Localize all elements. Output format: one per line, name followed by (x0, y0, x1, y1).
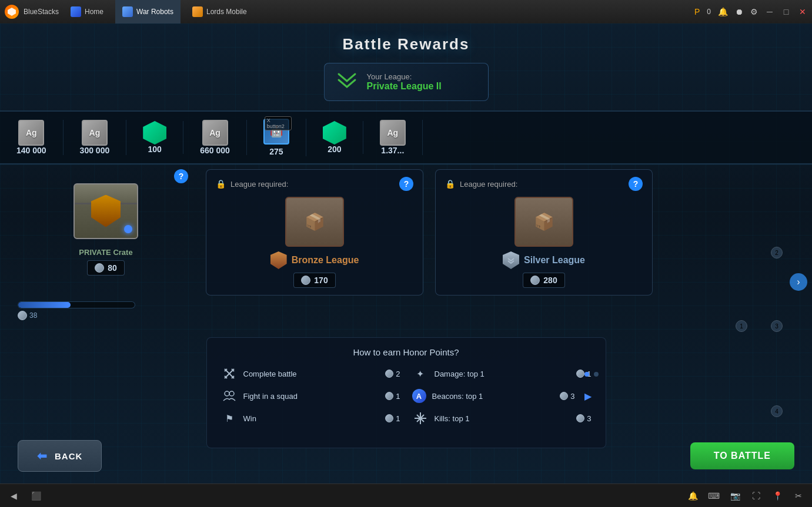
reward-value-6: 200 (328, 145, 341, 154)
earn-row-kills: Kills: top 1 3 (412, 410, 592, 427)
silver-crate-image: 📦 (514, 197, 573, 247)
reward-item-6: 200 (306, 121, 363, 154)
bluestacks-name: BlueStacks (24, 8, 59, 16)
minimize-button[interactable]: ─ (765, 7, 774, 16)
bronze-crate-question[interactable]: ? (399, 177, 413, 191)
bronze-shield-icon (270, 251, 287, 269)
honor-icon-3 (530, 276, 540, 285)
ag-icon-2: Ag (82, 120, 108, 146)
right-arrow-button[interactable]: › (790, 273, 807, 291)
reward-item-4: Ag 660 000 (183, 120, 247, 155)
beacons-points: 3 (560, 392, 574, 401)
tab-home[interactable]: Home (64, 0, 111, 23)
gem-icon-1 (143, 121, 166, 145)
circle-badge-4: 4 (771, 405, 783, 417)
taskbar-notifications[interactable]: 🔔 (686, 489, 699, 502)
complete-battle-points: 2 (385, 370, 400, 378)
silver-crate: 🔒 League required: ? 📦 Silver League (435, 169, 653, 296)
private-crate-slot: ? PRIVATE Crate 80 (18, 169, 194, 296)
taskbar-location[interactable]: 📍 (771, 489, 784, 502)
reward-item-5: 🤖 X button2 275 (247, 119, 306, 156)
beacons-text: Beacons: top 1 (432, 392, 554, 401)
progress-section: 38 (0, 301, 812, 320)
svg-point-8 (229, 391, 234, 396)
private-crate-shield (91, 195, 121, 227)
bronze-league-required-text: League required: (230, 180, 288, 189)
bronze-crate-image: 📦 (285, 197, 344, 247)
record-icon[interactable]: ⏺ (735, 7, 743, 16)
silver-crate-slot: 🔒 League required: ? 📦 Silver League (435, 169, 653, 296)
honor-icon-win (385, 414, 393, 422)
taskbar-fullscreen[interactable]: ⛶ (750, 489, 763, 502)
flag-icon: ⚑ (221, 410, 238, 427)
lock-icon-bronze: 🔒 (216, 179, 226, 189)
gem-icon-2 (323, 121, 346, 145)
bronze-lock-header: 🔒 League required: ? (216, 177, 413, 191)
honor-icon-1 (95, 263, 104, 273)
taskbar-home[interactable]: ⬛ (29, 489, 42, 502)
maximize-button[interactable]: □ (781, 7, 791, 16)
points-value: 0 (707, 8, 711, 16)
silver-shield-icon (503, 251, 519, 269)
private-crate-image (68, 179, 144, 243)
league-info: Your League: Private League II (324, 63, 489, 101)
lock-icon-silver: 🔒 (445, 179, 455, 189)
reward-value-7: 1.37... (381, 146, 404, 155)
bronze-crate-slot: 🔒 League required: ? 📦 Bronze League 170 (206, 169, 423, 296)
pagination-dot-2[interactable] (594, 372, 599, 377)
kills-text: Kills: top 1 (435, 414, 571, 423)
bronze-crate: 🔒 League required: ? 📦 Bronze League 170 (206, 169, 423, 296)
reward-item-2: Ag 300 000 (64, 120, 127, 155)
reward-value-2: 300 000 (80, 146, 110, 155)
pagination-dot-1[interactable] (584, 372, 589, 377)
squad-icon (221, 388, 238, 404)
back-button[interactable]: ⬅ BACK (18, 440, 102, 472)
private-crate-question[interactable]: ? (174, 169, 188, 183)
reward-item-3: 100 (126, 121, 183, 154)
taskbar-settings[interactable]: ✂ (792, 489, 805, 502)
tab-war-robots[interactable]: War Robots (115, 0, 181, 23)
bronze-crate-cost[interactable]: 170 (293, 273, 335, 288)
squad-points: 1 (385, 392, 400, 401)
war-robots-tab-icon (122, 6, 133, 17)
earn-row-squad: Fight in a squad 1 (221, 388, 400, 404)
home-tab-icon (71, 6, 81, 17)
back-arrow-icon: ⬅ (37, 449, 48, 463)
circle-badge-1: 1 (736, 320, 747, 332)
kills-icon (412, 410, 429, 427)
silver-crate-cost[interactable]: 280 (523, 273, 564, 288)
bronze-league-label: Bronze League (270, 251, 359, 269)
to-battle-button[interactable]: TO BATTLE (690, 442, 794, 469)
kills-points: 3 (576, 414, 591, 423)
taskbar-keyboard[interactable]: ⌨ (707, 489, 720, 502)
settings-icon[interactable]: ⚙ (750, 7, 758, 16)
taskbar: ◀ ⬛ 🔔 ⌨ 📷 ⛶ 📍 ✂ (0, 484, 812, 507)
silver-league-required-text: League required: (460, 180, 517, 189)
bell-icon[interactable]: 🔔 (718, 7, 728, 16)
bottom-bar: ⬅ BACK TO BATTLE (18, 440, 794, 472)
progress-current: 38 (18, 311, 794, 320)
tab-lords-mobile[interactable]: Lords Mobile (185, 0, 254, 23)
title-bar-right: P 0 🔔 ⏺ ⚙ ─ □ ✕ (694, 7, 807, 16)
silver-lock-header: 🔒 League required: ? (445, 177, 643, 191)
silver-crate-question[interactable]: ? (629, 177, 643, 191)
taskbar-back[interactable]: ◀ (7, 489, 20, 502)
league-chevron-icon (336, 70, 357, 93)
reward-item-7: Ag 1.37... (363, 120, 423, 155)
league-label: Your League: (367, 72, 442, 81)
beacon-icon: A (412, 389, 426, 403)
private-crate-cost[interactable]: 80 (87, 260, 125, 276)
ag-icon-3: Ag (202, 120, 228, 146)
close-button[interactable]: ✕ (798, 7, 807, 16)
reward-value-4: 660 000 (200, 146, 230, 155)
beacons-arrow: ▶ (584, 391, 592, 402)
earn-row-win: ⚑ Win 1 (221, 410, 400, 427)
private-crate[interactable]: ? PRIVATE Crate 80 (18, 169, 194, 285)
game-area: Battle Rewards Your League: Private Leag… (0, 23, 812, 484)
reward-value-1: 140 000 (16, 146, 46, 155)
taskbar-screenshot[interactable]: 📷 (729, 489, 741, 502)
lords-mobile-tab-icon (192, 6, 203, 17)
earn-row-beacons: A Beacons: top 1 3 ▶ (412, 388, 592, 404)
honor-icon-cb (385, 370, 393, 378)
premium-icon: P (694, 7, 700, 16)
